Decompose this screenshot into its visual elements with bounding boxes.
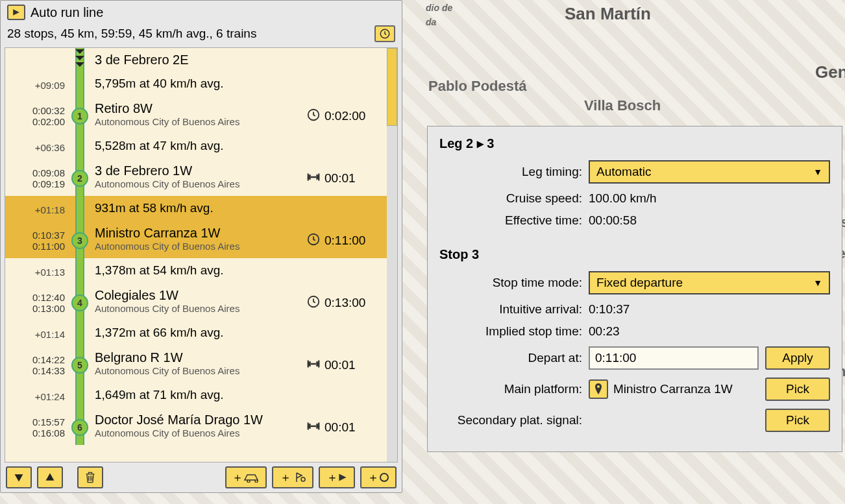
stop-timing-value: 00:01	[325, 420, 356, 435]
stop-subtitle: Autonomous City of Buenos Aires	[95, 116, 301, 127]
departure-time: 0:16:08	[8, 427, 65, 438]
stop-row[interactable]: 0:10:37 0:11:00 3 Ministro Carranza 1W A…	[5, 223, 397, 258]
leg-duration: +01:13	[8, 267, 65, 278]
cruise-speed-label: Cruise speed:	[439, 191, 589, 206]
leg-timing-value: Automatic	[596, 165, 651, 179]
leg-row[interactable]: +01:24 1,649m at 71 km/h avg.	[5, 383, 397, 410]
origin-row[interactable]: 3 de Febrero 2E	[5, 48, 397, 71]
pick-platform-button[interactable]: Pick	[765, 378, 830, 401]
leg-text: 1,372m at 66 km/h avg.	[95, 323, 301, 342]
stop-timing-value: 00:01	[325, 358, 356, 372]
stop-mode-label: Stop time mode:	[439, 276, 589, 290]
leg-timing-label: Leg timing:	[439, 165, 589, 179]
arrival-time: 0:15:57	[8, 416, 65, 427]
clock-icon	[306, 232, 321, 250]
svg-marker-2	[75, 49, 84, 54]
stop-subtitle: Autonomous City of Buenos Aires	[95, 427, 301, 438]
svg-marker-4	[75, 62, 84, 67]
map-label: Villa Bosch	[584, 97, 661, 114]
timing-toggle-button[interactable]	[374, 25, 395, 42]
leg-text: 1,649m at 71 km/h avg.	[95, 385, 301, 405]
arrival-time: 0:14:22	[8, 354, 65, 365]
implied-stop-value: 00:23	[589, 324, 620, 339]
departure-time: 0:13:00	[8, 303, 65, 314]
add-stop-button[interactable]: ＋	[360, 466, 397, 488]
leg-text: 1,378m at 54 km/h avg.	[95, 261, 301, 280]
margin-icon	[306, 357, 321, 374]
stop-mode-dropdown[interactable]: Fixed departure ▼	[589, 271, 830, 294]
auto-run-button[interactable]	[7, 5, 25, 20]
stop-name: Doctor José María Drago 1W	[95, 413, 301, 427]
stop-timing-value: 00:01	[325, 171, 356, 186]
stop-subtitle: Autonomous City of Buenos Aires	[95, 303, 301, 314]
move-up-button[interactable]	[37, 466, 63, 488]
leg-row[interactable]: +06:36 5,528m at 47 km/h avg.	[5, 134, 397, 161]
depart-at-input[interactable]	[589, 346, 759, 370]
stop-list[interactable]: 3 de Febrero 2E +09:09 5,795m at 40 km/h…	[5, 47, 398, 462]
pin-icon	[589, 379, 608, 399]
arrival-time: 0:09:08	[8, 167, 65, 178]
margin-icon	[306, 170, 321, 187]
effective-time-value: 00:00:58	[589, 213, 637, 228]
leg-heading: Leg 2 ▸ 3	[439, 136, 830, 151]
scrollbar[interactable]	[387, 48, 397, 462]
svg-marker-3	[75, 56, 84, 60]
secondary-platform-label: Secondary plat. signal:	[439, 413, 589, 427]
stop-subtitle: Autonomous City of Buenos Aires	[95, 241, 301, 252]
stop-name: Belgrano R 1W	[95, 350, 301, 365]
origin-name: 3 de Febrero 2E	[95, 53, 301, 67]
leg-duration: +09:09	[8, 80, 65, 91]
delete-button[interactable]	[77, 466, 103, 488]
main-platform-label: Main platform:	[439, 382, 589, 396]
svg-marker-0	[13, 9, 19, 16]
stop-number-badge: 4	[71, 294, 88, 311]
stop-mode-value: Fixed departure	[596, 276, 683, 290]
svg-point-13	[597, 385, 600, 388]
chevron-down-icon: ▼	[813, 278, 822, 288]
map-label: da	[426, 17, 436, 27]
leg-row[interactable]: +01:13 1,378m at 54 km/h avg.	[5, 258, 397, 285]
stop-row[interactable]: 0:12:40 0:13:00 4 Colegiales 1W Autonomo…	[5, 285, 397, 320]
stop-subtitle: Autonomous City of Buenos Aires	[95, 365, 301, 376]
leg-row[interactable]: +09:09 5,795m at 40 km/h avg.	[5, 71, 397, 99]
leg-text: 931m at 58 km/h avg.	[95, 198, 301, 218]
add-signal-button[interactable]: ＋	[272, 466, 313, 488]
scrollbar-thumb[interactable]	[387, 48, 397, 126]
stop-timing-value: 0:02:00	[325, 109, 365, 123]
bottom-toolbar: ＋ ＋ ＋ ＋	[1, 462, 402, 492]
stop-timing-value: 0:13:00	[325, 296, 365, 310]
leg-duration: +01:24	[8, 391, 65, 402]
move-down-button[interactable]	[6, 466, 32, 488]
add-waypoint-button[interactable]: ＋	[319, 466, 355, 488]
effective-time-label: Effective time:	[439, 213, 589, 228]
auto-run-label: Auto run line	[31, 5, 103, 20]
add-train-button[interactable]: ＋	[225, 466, 267, 488]
arrival-time: 0:00:32	[8, 105, 65, 116]
intuitive-arrival-label: Intuitive arrival:	[439, 302, 589, 317]
chevron-down-icon: ▼	[813, 167, 822, 177]
leg-text: 5,528m at 47 km/h avg.	[95, 136, 301, 156]
clock-icon	[306, 294, 321, 312]
leg-detail-panel: Leg 2 ▸ 3 Leg timing: Automatic ▼ Cruise…	[427, 126, 842, 452]
stop-number-badge: 1	[71, 108, 88, 125]
leg-row[interactable]: +01:14 1,372m at 66 km/h avg.	[5, 320, 397, 348]
stop-row[interactable]: 0:15:57 0:16:08 6 Doctor José María Drag…	[5, 410, 397, 445]
departure-time: 0:14:33	[8, 365, 65, 376]
stop-row[interactable]: 0:14:22 0:14:33 5 Belgrano R 1W Autonomo…	[5, 348, 397, 383]
pick-secondary-button[interactable]: Pick	[765, 409, 830, 432]
apply-button[interactable]: Apply	[765, 346, 830, 370]
direction-icon	[74, 48, 86, 71]
stop-heading: Stop 3	[439, 247, 830, 262]
leg-row[interactable]: +01:18 931m at 58 km/h avg.	[5, 196, 397, 223]
margin-icon	[306, 419, 321, 437]
stop-row[interactable]: 0:00:32 0:02:00 1 Retiro 8W Autonomous C…	[5, 99, 397, 134]
departure-time: 0:11:00	[8, 241, 65, 252]
stop-row[interactable]: 0:09:08 0:09:19 2 3 de Febrero 1W Autono…	[5, 161, 397, 196]
map-label: San Martín	[565, 4, 651, 24]
clock-icon	[306, 108, 321, 125]
map-label: Gen	[815, 62, 845, 82]
main-platform-value: Ministro Carranza 1W	[613, 382, 765, 396]
leg-timing-dropdown[interactable]: Automatic ▼	[589, 160, 830, 184]
departure-time: 0:09:19	[8, 178, 65, 189]
line-summary: 28 stops, 45 km, 59:59, 45 km/h avg., 6 …	[7, 27, 256, 41]
